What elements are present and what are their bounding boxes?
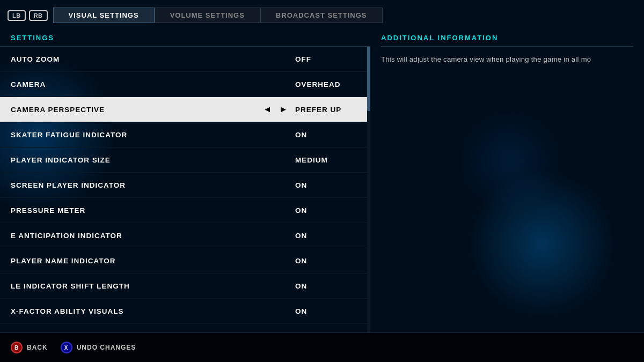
scrollbar[interactable] xyxy=(367,47,370,333)
arrow-right-icon: ► xyxy=(279,105,288,114)
undo-label: UNDO CHANGES xyxy=(77,344,136,351)
main-content: SETTINGS AUTO ZOOM OFF CAMERA OVERHEAD C… xyxy=(0,29,644,333)
table-row[interactable]: E ANTICIPATION INDICATOR ON xyxy=(0,223,370,248)
table-row[interactable]: PLAYER INDICATOR SIZE MEDIUM xyxy=(0,147,370,173)
tab-broadcast-settings[interactable]: BROADCAST SETTINGS xyxy=(260,8,383,23)
bottom-bar: B BACK X UNDO CHANGES xyxy=(0,333,644,362)
b-button[interactable]: B xyxy=(11,342,23,353)
settings-header: SETTINGS xyxy=(0,29,370,47)
nav-tabs: VISUAL SETTINGS VOLUME SETTINGS BROADCAS… xyxy=(53,8,383,23)
info-text: This will adjust the camera view when pl… xyxy=(381,54,633,65)
arrow-left-icon: ◄ xyxy=(263,105,272,114)
table-row[interactable]: SCREEN PLAYER INDICATOR ON xyxy=(0,173,370,198)
table-row[interactable]: SKATER FATIGUE INDICATOR ON xyxy=(0,122,370,147)
table-row[interactable]: X-FACTOR ABILITY VISUALS ON xyxy=(0,299,370,324)
back-label: BACK xyxy=(27,344,48,351)
info-header: ADDITIONAL INFORMATION xyxy=(381,34,633,47)
tab-volume-settings[interactable]: VOLUME SETTINGS xyxy=(155,8,260,23)
scrollbar-thumb[interactable] xyxy=(367,47,370,111)
table-row[interactable]: PLAYER NAME INDICATOR ON xyxy=(0,248,370,274)
settings-list-container: AUTO ZOOM OFF CAMERA OVERHEAD CAMERA PER… xyxy=(0,47,370,333)
table-row[interactable]: LE INDICATOR SHIFT LENGTH ON xyxy=(0,274,370,299)
undo-action[interactable]: X UNDO CHANGES xyxy=(61,342,136,353)
table-row-active[interactable]: CAMERA PERSPECTIVE ◄ ► PREFER UP xyxy=(0,97,370,122)
settings-list: AUTO ZOOM OFF CAMERA OVERHEAD CAMERA PER… xyxy=(0,47,370,333)
rb-button[interactable]: RB xyxy=(29,10,48,21)
x-button[interactable]: X xyxy=(61,342,72,353)
info-panel: ADDITIONAL INFORMATION This will adjust … xyxy=(370,29,644,333)
back-action[interactable]: B BACK xyxy=(11,342,48,353)
table-row[interactable]: AUTO ZOOM OFF xyxy=(0,47,370,72)
settings-panel: SETTINGS AUTO ZOOM OFF CAMERA OVERHEAD C… xyxy=(0,29,370,333)
lb-button[interactable]: LB xyxy=(8,10,26,21)
tab-visual-settings[interactable]: VISUAL SETTINGS xyxy=(53,8,155,23)
top-nav: LB RB VISUAL SETTINGS VOLUME SETTINGS BR… xyxy=(8,8,636,23)
table-row[interactable]: LE POST-GOAL FLOW PLAYER I ON xyxy=(0,324,370,333)
table-row[interactable]: CAMERA OVERHEAD xyxy=(0,72,370,97)
table-row[interactable]: PRESSURE METER ON xyxy=(0,198,370,223)
